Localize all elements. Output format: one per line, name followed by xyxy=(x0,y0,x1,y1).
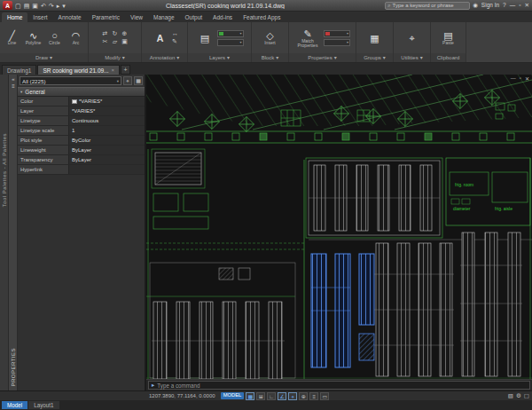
toggle-pickadd-button[interactable]: ⌖ xyxy=(123,76,132,85)
doc-minimize-icon[interactable]: — xyxy=(511,75,516,82)
frig-room-label[interactable]: frig. room xyxy=(455,182,473,187)
doc-tab-drawing1[interactable]: Drawing1 xyxy=(2,65,36,75)
tab-manage[interactable]: Manage xyxy=(148,12,180,22)
circle-button[interactable]: ○ Circle xyxy=(45,30,64,45)
command-input[interactable]: ▸ Type a command xyxy=(148,381,530,390)
signin-button[interactable]: Sign In xyxy=(481,3,499,9)
layout1-tab[interactable]: Layout1 xyxy=(28,401,59,410)
maximize-button[interactable]: ▫ xyxy=(519,3,520,9)
dynamic-input-toggle-icon[interactable]: ▭ xyxy=(320,392,329,400)
tab-addins[interactable]: Add-ins xyxy=(207,12,238,22)
dimension-icon[interactable]: ↔ xyxy=(172,30,178,36)
palette-menu-icon[interactable]: ≡ xyxy=(12,83,15,89)
undo-icon[interactable]: ↶ xyxy=(41,3,46,9)
model-tab[interactable]: Model xyxy=(2,401,27,410)
fullscreen-icon[interactable]: ▢ xyxy=(524,393,529,399)
text-button[interactable]: A xyxy=(151,33,169,43)
tab-close-icon[interactable]: × xyxy=(112,67,115,73)
section-general[interactable]: ▾ General xyxy=(18,87,145,97)
polar-toggle-icon[interactable]: ∠ xyxy=(278,392,286,400)
panel-block-label[interactable]: Block▾ xyxy=(252,53,288,62)
property-value[interactable]: ByLayer xyxy=(69,146,145,154)
selection-filter-dropdown[interactable]: All (2225) ▾ xyxy=(20,76,121,85)
panel-properties-label[interactable]: Properties▾ xyxy=(289,53,356,62)
save-icon[interactable]: ▣ xyxy=(32,3,38,9)
insert-block-button[interactable]: ◇ Insert xyxy=(261,30,279,45)
mirror-icon[interactable]: ▱ xyxy=(111,38,120,45)
palette-autohide-icon[interactable]: « xyxy=(12,76,14,82)
osnap-toggle-icon[interactable]: ⌖ xyxy=(288,392,297,400)
app-menu-icon[interactable]: A xyxy=(3,1,12,10)
property-value[interactable]: ByColor xyxy=(69,136,145,145)
tool-palettes-strip[interactable]: Tool Palettes - All Palettes xyxy=(0,75,9,390)
close-button[interactable]: ✕ xyxy=(525,3,529,9)
search-input[interactable]: ⌕ Type a keyword or phrase xyxy=(385,2,470,10)
ortho-toggle-icon[interactable]: ∟ xyxy=(267,392,276,400)
tab-output[interactable]: Output xyxy=(180,12,208,22)
new-icon[interactable]: ▢ xyxy=(15,3,21,9)
scale-icon[interactable]: ⊕ xyxy=(121,30,129,37)
doc-tab-sr-cooking-world[interactable]: SR cooking world 21.09... × xyxy=(37,65,120,75)
lineweight-dropdown[interactable]: ▾ xyxy=(324,39,350,46)
open-icon[interactable]: ▤ xyxy=(24,3,30,9)
plot-icon[interactable]: ▸ xyxy=(57,3,60,9)
otrack-toggle-icon[interactable]: ⊕ xyxy=(299,392,308,400)
tab-annotate[interactable]: Annotate xyxy=(53,12,87,22)
minimize-button[interactable]: — xyxy=(510,3,516,9)
properties-palette-titlebar[interactable]: « ≡ PROPERTIES xyxy=(9,75,18,390)
match-properties-button[interactable]: ✎ Match Properties xyxy=(294,28,321,48)
model-space-toggle[interactable]: MODEL xyxy=(221,392,245,399)
selected-racks[interactable] xyxy=(311,254,374,367)
tab-insert[interactable]: Insert xyxy=(27,12,52,22)
snap-toggle-icon[interactable]: ⊞ xyxy=(256,392,265,400)
layer-dropdown[interactable]: ▾ xyxy=(217,30,244,37)
quick-select-button[interactable]: ▦ xyxy=(134,76,143,85)
panel-clipboard-label[interactable]: Clipboard xyxy=(431,53,466,62)
property-value[interactable]: ByLayer xyxy=(69,155,145,164)
measure-button[interactable]: ⌖ xyxy=(403,33,421,43)
trim-icon[interactable]: ✂ xyxy=(101,38,110,45)
customization-gear-icon[interactable]: ⚙ xyxy=(516,393,521,399)
property-value[interactable]: *VARIES* xyxy=(69,97,145,106)
rotate-icon[interactable]: ↻ xyxy=(111,30,120,37)
panel-draw-label[interactable]: Draw▾ xyxy=(0,53,88,62)
lineweight-toggle-icon[interactable]: ≡ xyxy=(309,392,318,400)
panel-layers-label[interactable]: Layers▾ xyxy=(188,53,251,62)
new-tab-button[interactable]: + xyxy=(121,65,130,75)
panel-utilities-label[interactable]: Utilities▾ xyxy=(394,53,430,62)
user-icon[interactable]: ◉ xyxy=(473,3,478,9)
panel-annotation-label[interactable]: Annotation▾ xyxy=(142,53,187,62)
qat-chevron-icon[interactable]: ▾ xyxy=(62,3,66,9)
color-dropdown[interactable]: ▾ xyxy=(324,30,350,37)
polyline-button[interactable]: ∿ Polyline xyxy=(24,30,43,45)
panel-groups-label[interactable]: Groups▾ xyxy=(356,53,393,62)
panel-modify-label[interactable]: Modify▾ xyxy=(89,53,141,62)
array-icon[interactable]: ▣ xyxy=(121,38,129,45)
help-icon[interactable]: ? xyxy=(503,3,506,9)
layer-state-dropdown[interactable]: ▾ xyxy=(217,39,244,46)
cad-drawing[interactable]: frig. room diameter frig. aisle xyxy=(146,75,532,379)
frig-aisle-label[interactable]: frig. aisle xyxy=(495,206,512,211)
tab-view[interactable]: View xyxy=(125,12,148,22)
property-value[interactable]: Continuous xyxy=(69,116,145,125)
doc-close-icon[interactable]: ✕ xyxy=(525,75,529,82)
property-value[interactable] xyxy=(69,165,145,174)
layer-properties-button[interactable]: ▤ xyxy=(196,33,215,43)
doc-restore-icon[interactable]: ▫ xyxy=(520,75,521,82)
group-button[interactable]: ▦ xyxy=(365,33,384,43)
model-space-canvas[interactable]: — ▫ ✕ xyxy=(146,75,532,379)
isolate-objects-icon[interactable]: ▧ xyxy=(508,393,513,399)
paste-button[interactable]: ▤ Paste xyxy=(439,30,458,45)
tab-parametric[interactable]: Parametric xyxy=(87,12,125,22)
grid-toggle-icon[interactable]: ▦ xyxy=(246,392,254,400)
property-value[interactable]: *VARIES* xyxy=(69,106,145,115)
property-value[interactable]: 1 xyxy=(69,126,145,135)
tab-featured-apps[interactable]: Featured Apps xyxy=(238,12,286,22)
line-button[interactable]: ╱ Line xyxy=(3,30,21,45)
diameter-label[interactable]: diameter xyxy=(453,206,471,211)
coordinates-readout[interactable]: 1207.3890, 77.1164, 0.0000 xyxy=(149,393,215,398)
move-icon[interactable]: ⇄ xyxy=(101,30,110,37)
leader-icon[interactable]: ✎ xyxy=(172,38,178,45)
arc-button[interactable]: ◠ Arc xyxy=(66,30,85,45)
redo-icon[interactable]: ↷ xyxy=(49,3,54,9)
